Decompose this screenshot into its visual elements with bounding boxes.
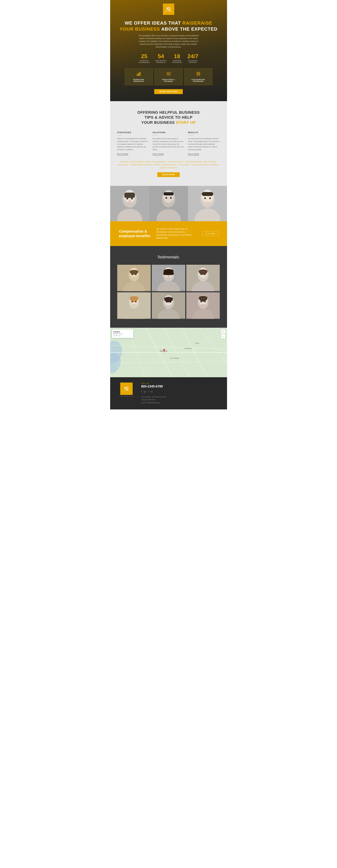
hero-title-line1: WE OFFER IDEAS THAT <box>125 20 181 26</box>
svg-text:East Kilbride: East Kilbride <box>170 357 179 359</box>
compensation-desc: WE TEACH YOUR TEAM HOW TO INCREASE YOUR … <box>157 227 197 240</box>
outsourcing-icon <box>196 71 201 77</box>
footer-logo: IQ business <box>120 382 133 395</box>
map-overlay-pin[interactable]: 📍 <box>116 335 118 337</box>
testimonial-1-svg <box>117 265 151 291</box>
svg-point-90 <box>205 301 205 302</box>
service-marketing-label: MARKETINGRESEARCH <box>133 79 144 82</box>
footer: IQ business © 2014 All Rights Reserved C… <box>110 377 227 409</box>
service-outsourcing-label: OUTSOURCINGPROGRAMS <box>191 79 205 82</box>
stat-projects-label: successfulprojects <box>155 60 167 63</box>
footer-logo-iq: IQ <box>124 386 129 390</box>
logo-iq: IQ <box>166 7 171 10</box>
compensation-section: Compensation &employee benefits: WE TEAC… <box>110 221 227 246</box>
testimonial-6-svg <box>186 292 220 319</box>
testimonial-3-svg <box>186 265 220 291</box>
stat-years-number: 25 <box>139 54 150 59</box>
footer-phone-number: 800-2345-6789 <box>141 385 218 389</box>
svg-point-66 <box>204 274 205 275</box>
stat-support-number: 24/7 <box>187 54 198 59</box>
compensation-title: Compensation &employee benefits: <box>119 229 151 238</box>
click-here-button[interactable]: click here <box>202 231 218 236</box>
service-outsourcing[interactable]: OUTSOURCINGPROGRAMS <box>184 68 213 85</box>
svg-point-58 <box>168 276 169 277</box>
strategies-title: STRATEGIES <box>117 131 149 133</box>
map-overlay-search[interactable]: 🔍 <box>113 335 115 337</box>
team-person-2-svg <box>149 186 188 221</box>
footer-city: Glasgow D04 89GR <box>141 399 155 401</box>
hero-headline: WE OFFER IDEAS THAT RAISERAISE YOUR BUSI… <box>112 20 225 32</box>
svg-rect-2 <box>140 72 140 76</box>
results-divider <box>188 135 193 136</box>
svg-rect-37 <box>202 192 213 196</box>
tips-startup: START UP <box>176 120 196 125</box>
svg-point-89 <box>201 301 201 302</box>
svg-point-22 <box>132 198 132 199</box>
svg-point-41 <box>209 198 210 199</box>
map-zoom-out[interactable]: − <box>221 334 225 338</box>
map-zoom-in[interactable]: + <box>221 330 225 334</box>
svg-point-49 <box>136 274 136 275</box>
stat-support: 24/7 technicalsupport <box>187 54 198 63</box>
testimonial-5 <box>152 292 185 319</box>
results-title: RESULTS <box>188 131 220 133</box>
strategies-text: Projects for the development of corporat… <box>117 137 149 151</box>
stat-years: 25 years ofexperience <box>139 54 150 63</box>
service-marketing[interactable]: MARKETINGRESEARCH <box>125 68 153 85</box>
svg-point-81 <box>166 302 167 302</box>
stat-years-label: years ofexperience <box>139 60 150 63</box>
col-strategies: STRATEGIES Projects for the development … <box>117 131 149 155</box>
service-education-label: EDUCATION &TRAINING <box>162 79 175 82</box>
svg-rect-28 <box>164 192 173 195</box>
map-overlay-save[interactable]: Save <box>118 335 121 337</box>
social-linkedin[interactable]: in <box>151 390 153 393</box>
svg-point-32 <box>170 197 171 198</box>
testimonial-3 <box>186 265 220 291</box>
svg-point-21 <box>127 198 128 199</box>
education-icon <box>166 71 171 77</box>
testimonials-grid <box>117 265 220 319</box>
service-education[interactable]: EDUCATION &TRAINING <box>155 68 183 85</box>
map-section: Glasgow East Kilbride Edinburgh Falkirk … <box>110 328 227 377</box>
read-more-button[interactable]: read more <box>157 172 179 177</box>
team-photo-3 <box>188 186 227 221</box>
strategies-divider <box>117 135 122 136</box>
team-person-1-svg <box>110 186 149 221</box>
services-row: MARKETINGRESEARCH EDUCATION &TRAINING <box>125 68 213 85</box>
team-photos <box>110 186 227 221</box>
svg-point-104 <box>163 349 165 351</box>
svg-point-57 <box>170 274 171 275</box>
map-overlay: Glasgow Glasgow City, UK 🔍 📍 Save <box>112 330 133 338</box>
svg-text:Falkirk: Falkirk <box>195 342 200 344</box>
tips-line1: OFFERING HELPFUL BUSINESS <box>137 110 200 115</box>
footer-logo-business: business <box>123 390 130 391</box>
footer-call-us: CALL US <box>141 382 218 384</box>
social-facebook[interactable]: f <box>141 390 142 393</box>
tips-section: OFFERING HELPFUL BUSINESS TIPS & ADVICE … <box>110 101 227 186</box>
results-read-more[interactable]: read more <box>188 153 199 155</box>
tips-line3: YOUR BUSINESS <box>141 120 176 125</box>
footer-contact: CALL US 800-2345-6789 f g+ t in My Compa… <box>141 382 218 404</box>
svg-rect-1 <box>138 73 139 76</box>
stat-programs-label: partnerprograms <box>172 60 182 63</box>
footer-logo-area: IQ business © 2014 All Rights Reserved <box>119 382 134 397</box>
svg-point-23 <box>129 201 131 202</box>
svg-point-31 <box>166 197 167 198</box>
testimonial-2 <box>152 265 185 291</box>
testimonials-title: Testimonials: <box>117 255 220 259</box>
testimonials-section: Testimonials: <box>110 246 227 328</box>
social-twitter[interactable]: t <box>148 390 149 393</box>
testimonial-6 <box>186 292 220 319</box>
more-services-button[interactable]: more services <box>154 89 183 94</box>
strategies-read-more[interactable]: read more <box>117 153 129 155</box>
hero-your-business: YOUR BUSINESS <box>119 26 160 32</box>
map-overlay-title: Glasgow <box>113 331 132 333</box>
svg-point-56 <box>166 274 167 275</box>
tips-headline: OFFERING HELPFUL BUSINESS TIPS & ADVICE … <box>117 110 220 125</box>
svg-point-73 <box>132 301 133 302</box>
social-googleplus[interactable]: g+ <box>144 390 146 393</box>
solutions-read-more[interactable]: read more <box>153 153 164 155</box>
services-links: TRAINING & DEVELOPMENT · EMPLOYEE HANDBO… <box>117 160 220 169</box>
logo-business: business <box>165 10 172 12</box>
svg-point-74 <box>136 301 136 302</box>
